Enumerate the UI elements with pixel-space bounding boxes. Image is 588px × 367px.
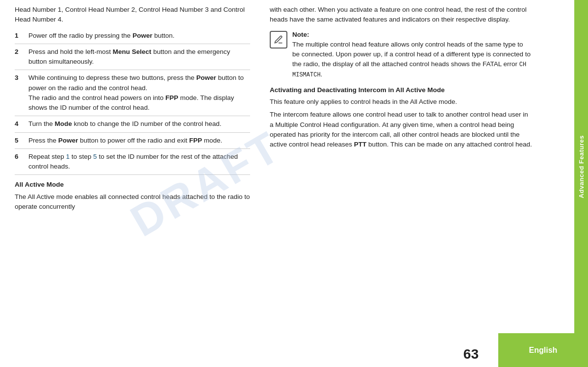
left-intro: Head Number 1, Control Head Number 2, Co… [15,5,250,25]
note-box: Note: The multiple control head feature … [270,30,532,79]
main-content: Head Number 1, Control Head Number 2, Co… [0,0,574,333]
all-active-mode-heading: All Active Mode [15,180,250,190]
step-content-6: Repeat step 1 to step 5 to set the ID nu… [26,148,250,175]
step-number-5: 5 [15,132,26,148]
right-column: with each other. When you activate a fea… [260,5,547,333]
intercom-section-heading: Activating and Deactivating Intercom in … [270,85,532,95]
table-row: 2 Press and hold the left-most Menu Sele… [15,44,250,70]
step-content-4: Turn the Mode knob to change the ID numb… [26,116,250,132]
step-content-3: While continuing to depress these two bu… [26,70,250,116]
table-row: 3 While continuing to depress these two … [15,70,250,116]
note-icon [270,31,287,49]
side-tab-label: Advanced Features [578,135,585,198]
table-row: 5 Press the Power button to power off th… [15,132,250,148]
bottom-bar: 63 English [0,333,588,367]
page-number-area: 63 [0,333,498,367]
note-content: Note: The multiple control head feature … [292,30,532,79]
table-row: 6 Repeat step 1 to step 5 to set the ID … [15,148,250,175]
table-row: 1 Power off the radio by pressing the Po… [15,28,250,44]
step-content-1: Power off the radio by pressing the Powe… [26,28,250,44]
step-number-3: 3 [15,70,26,116]
pencil-icon [274,35,283,45]
steps-table: 1 Power off the radio by pressing the Po… [15,28,250,175]
step-content-2: Press and hold the left-most Menu Select… [26,44,250,70]
left-column: Head Number 1, Control Head Number 2, Co… [0,5,260,333]
step-number-6: 6 [15,148,26,175]
note-title: Note: [292,31,309,38]
language-label: English [529,346,558,355]
step-number-2: 2 [15,44,26,70]
right-intro: with each other. When you activate a fea… [270,5,532,25]
table-row: 4 Turn the Mode knob to change the ID nu… [15,116,250,132]
language-bar: English [498,333,588,367]
page-container: DRAFT Advanced Features Head Number 1, C… [0,0,588,367]
note-body: The multiple control head feature allows… [292,41,531,78]
all-active-mode-body: The All Active mode enables all connecte… [15,192,250,212]
side-tab: Advanced Features [574,0,588,333]
step-content-5: Press the Power button to power off the … [26,132,250,148]
intercom-para2: The intercom feature allows one control … [270,110,532,149]
step-number-1: 1 [15,28,26,44]
page-number: 63 [463,346,479,362]
intercom-para1: This feature only applies to control hea… [270,97,532,107]
step-number-4: 4 [15,116,26,132]
